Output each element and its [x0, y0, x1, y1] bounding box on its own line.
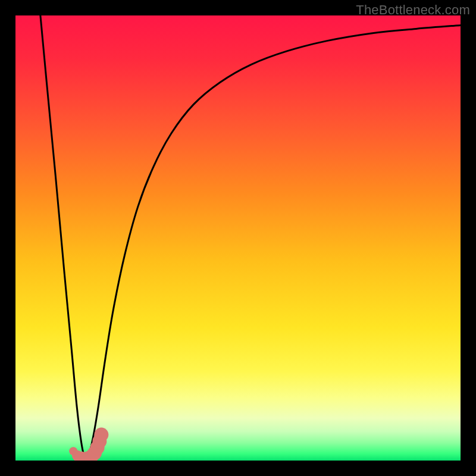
watermark-text: TheBottleneck.com	[356, 2, 470, 18]
gradient-background	[15, 15, 461, 461]
plot-area	[15, 15, 461, 461]
marker-point	[94, 428, 108, 442]
chart-svg	[15, 15, 461, 461]
chart-frame: TheBottleneck.com	[0, 0, 476, 476]
